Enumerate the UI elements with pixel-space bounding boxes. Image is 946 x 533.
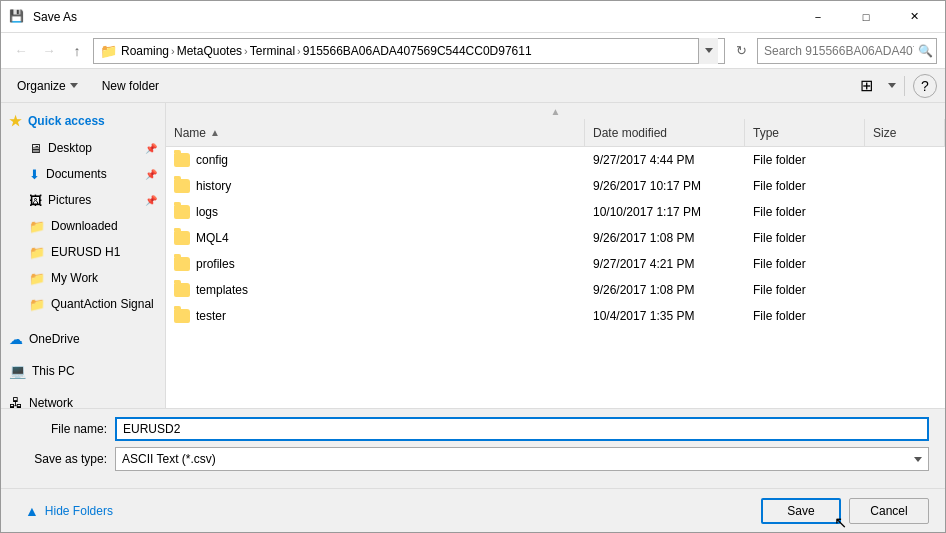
file-size-cell — [865, 303, 945, 328]
help-button[interactable]: ? — [913, 74, 937, 98]
filename-input[interactable] — [115, 417, 929, 441]
file-type-cell: File folder — [745, 303, 865, 328]
file-type: File folder — [753, 309, 806, 323]
file-row[interactable]: logs 10/10/2017 1:17 PM File folder — [166, 199, 945, 225]
minimize-button[interactable]: − — [795, 1, 841, 33]
sidebar-item-network[interactable]: 🖧 Network — [1, 389, 165, 408]
address-path[interactable]: 📁 Roaming › MetaQuotes › Terminal › 9155… — [93, 38, 725, 64]
file-type: File folder — [753, 205, 806, 219]
col-header-name[interactable]: Name ▲ — [166, 119, 585, 146]
desktop-label: Desktop — [48, 141, 92, 155]
sidebar-item-onedrive[interactable]: ☁ OneDrive — [1, 325, 165, 353]
network-label: Network — [29, 396, 73, 408]
file-date: 10/4/2017 1:35 PM — [593, 309, 694, 323]
filename-label: File name: — [17, 422, 107, 436]
file-row[interactable]: tester 10/4/2017 1:35 PM File folder — [166, 303, 945, 329]
file-date: 9/26/2017 1:08 PM — [593, 231, 694, 245]
sidebar-item-thispc[interactable]: 💻 This PC — [1, 357, 165, 385]
file-type: File folder — [753, 153, 806, 167]
view-button[interactable]: ⊞ — [852, 74, 880, 98]
dialog-title: Save As — [33, 10, 77, 24]
title-bar: 💾 Save As − □ ✕ — [1, 1, 945, 33]
save-button[interactable]: Save ↖ — [761, 498, 841, 524]
file-size-cell — [865, 225, 945, 250]
sidebar-item-downloaded[interactable]: 📁 Downloaded — [1, 213, 165, 239]
title-bar-left: 💾 Save As — [9, 9, 77, 25]
sidebar-spacer1 — [1, 317, 165, 325]
sidebar-item-eurusd[interactable]: 📁 EURUSD H1 — [1, 239, 165, 265]
col-date-label: Date modified — [593, 126, 667, 140]
file-name: logs — [196, 205, 218, 219]
forward-button[interactable]: → — [37, 39, 61, 63]
folder-icon — [174, 257, 190, 271]
file-date: 9/27/2017 4:44 PM — [593, 153, 694, 167]
quantaction-icon: 📁 — [29, 297, 45, 312]
file-date: 9/27/2017 4:21 PM — [593, 257, 694, 271]
sidebar-item-mywork[interactable]: 📁 My Work — [1, 265, 165, 291]
maximize-button[interactable]: □ — [843, 1, 889, 33]
savetype-value: ASCII Text (*.csv) — [122, 452, 914, 466]
sidebar: ★ Quick access 🖥 Desktop 📌 ⬇ Documents 📌… — [1, 103, 166, 408]
quantaction-label: QuantAction Signal — [51, 297, 154, 311]
file-type: File folder — [753, 283, 806, 297]
col-header-size[interactable]: Size — [865, 119, 945, 146]
cancel-button[interactable]: Cancel — [849, 498, 929, 524]
refresh-button[interactable]: ↻ — [729, 39, 753, 63]
save-as-dialog: 💾 Save As − □ ✕ ← → ↑ 📁 Roaming › MetaQu… — [0, 0, 946, 533]
title-controls: − □ ✕ — [795, 1, 937, 33]
hide-folders-button[interactable]: ▲ Hide Folders — [17, 497, 121, 525]
col-size-label: Size — [873, 126, 896, 140]
file-row[interactable]: history 9/26/2017 10:17 PM File folder — [166, 173, 945, 199]
path-segments: Roaming › MetaQuotes › Terminal › 915566… — [121, 44, 694, 58]
path-sep-3: › — [297, 45, 301, 57]
bottom-bar: File name: Save as type: ASCII Text (*.c… — [1, 408, 945, 488]
search-box[interactable]: 🔍 — [757, 38, 937, 64]
onedrive-label: OneDrive — [29, 332, 80, 346]
col-header-type[interactable]: Type — [745, 119, 865, 146]
address-bar: ← → ↑ 📁 Roaming › MetaQuotes › Terminal … — [1, 33, 945, 69]
folder-icon — [174, 309, 190, 323]
mywork-icon: 📁 — [29, 271, 45, 286]
file-date-cell: 9/27/2017 4:21 PM — [585, 251, 745, 276]
back-button[interactable]: ← — [9, 39, 33, 63]
sidebar-item-pictures[interactable]: 🖼 Pictures 📌 — [1, 187, 165, 213]
dialog-icon: 💾 — [9, 9, 25, 25]
col-header-date[interactable]: Date modified — [585, 119, 745, 146]
file-type: File folder — [753, 231, 806, 245]
hide-folders-container: ▲ Hide Folders — [17, 497, 753, 525]
path-segment-3: Terminal — [250, 44, 295, 58]
sidebar-item-desktop[interactable]: 🖥 Desktop 📌 — [1, 135, 165, 161]
file-row[interactable]: config 9/27/2017 4:44 PM File folder — [166, 147, 945, 173]
up-button[interactable]: ↑ — [65, 39, 89, 63]
file-name-cell: profiles — [166, 251, 585, 276]
organize-button[interactable]: Organize — [9, 74, 86, 98]
filename-row: File name: — [17, 417, 929, 441]
path-icon: 📁 — [100, 43, 117, 59]
scroll-up-indicator: ▲ — [166, 103, 945, 119]
savetype-select[interactable]: ASCII Text (*.csv) — [115, 447, 929, 471]
file-date-cell: 10/10/2017 1:17 PM — [585, 199, 745, 224]
file-type-cell: File folder — [745, 173, 865, 198]
address-dropdown-btn[interactable] — [698, 38, 718, 64]
new-folder-button[interactable]: New folder — [94, 74, 167, 98]
folder-icon — [174, 179, 190, 193]
file-date-cell: 9/26/2017 1:08 PM — [585, 225, 745, 250]
save-label: Save — [787, 504, 814, 518]
file-type: File folder — [753, 179, 806, 193]
toolbar: Organize New folder ⊞ ? — [1, 69, 945, 103]
file-row[interactable]: templates 9/26/2017 1:08 PM File folder — [166, 277, 945, 303]
main-panel: ▲ Name ▲ Date modified Type Size — [166, 103, 945, 408]
close-button[interactable]: ✕ — [891, 1, 937, 33]
sidebar-item-quantaction[interactable]: 📁 QuantAction Signal — [1, 291, 165, 317]
file-size-cell — [865, 147, 945, 172]
file-row[interactable]: profiles 9/27/2017 4:21 PM File folder — [166, 251, 945, 277]
file-name: MQL4 — [196, 231, 229, 245]
downloaded-icon: 📁 — [29, 219, 45, 234]
thispc-icon: 💻 — [9, 363, 26, 379]
sidebar-item-documents[interactable]: ⬇ Documents 📌 — [1, 161, 165, 187]
file-row[interactable]: MQL4 9/26/2017 1:08 PM File folder — [166, 225, 945, 251]
eurusd-label: EURUSD H1 — [51, 245, 120, 259]
search-input[interactable] — [764, 44, 914, 58]
sidebar-item-quick-access[interactable]: ★ Quick access — [1, 107, 165, 135]
desktop-icon: 🖥 — [29, 141, 42, 156]
